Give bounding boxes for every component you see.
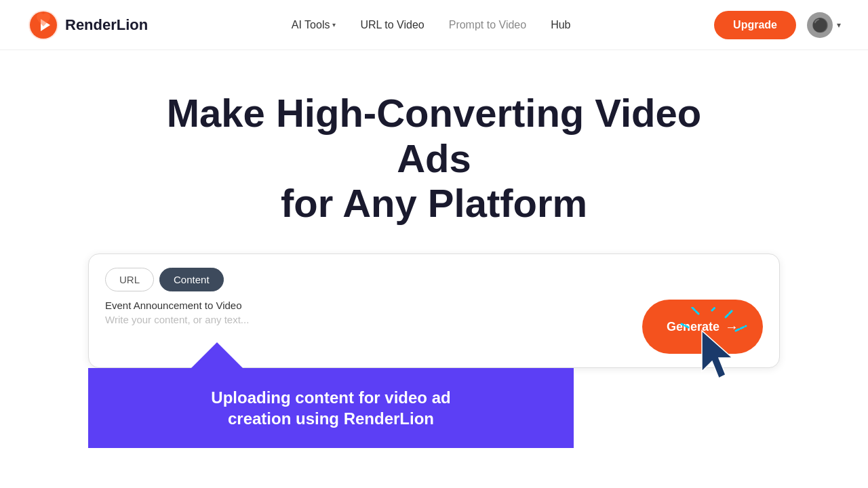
svg-line-6 [682, 324, 688, 327]
input-fields: Event Announcement to Video Write your c… [105, 300, 631, 325]
annotation-banner: Uploading content for video adcreation u… [88, 368, 574, 448]
svg-line-4 [712, 307, 715, 310]
nav-url-to-video[interactable]: URL to Video [360, 19, 424, 31]
tab-content[interactable]: Content [159, 268, 224, 291]
hero-title: Make High-Converting Video Ads for Any P… [129, 91, 739, 226]
svg-line-3 [692, 307, 698, 314]
main-content: Make High-Converting Video Ads for Any P… [0, 50, 868, 448]
renderlion-logo-icon [27, 9, 60, 41]
annotation-area: Uploading content for video adcreation u… [88, 368, 780, 448]
svg-line-5 [726, 310, 732, 317]
banner-arrow [189, 342, 245, 371]
navbar-actions: Upgrade ⚫ ▾ [714, 11, 841, 39]
brand-name: RenderLion [65, 16, 148, 34]
nav-prompt-to-video[interactable]: Prompt to Video [449, 19, 526, 31]
svg-line-7 [736, 326, 746, 331]
tab-url[interactable]: URL [105, 268, 154, 291]
nav-hub[interactable]: Hub [551, 19, 570, 31]
user-menu[interactable]: ⚫ ▾ [807, 12, 841, 38]
nav-ai-tools[interactable]: AI Tools ▾ [292, 19, 336, 31]
input-label: Event Announcement to Video [105, 300, 631, 311]
svg-marker-8 [702, 331, 732, 378]
input-tabs: URL Content [105, 268, 763, 291]
navbar: RenderLion AI Tools ▾ URL to Video Promp… [0, 0, 868, 50]
upgrade-button[interactable]: Upgrade [714, 11, 796, 39]
logo-area: RenderLion [27, 9, 148, 41]
avatar[interactable]: ⚫ [807, 12, 833, 38]
user-chevron-icon: ▾ [837, 20, 841, 30]
input-placeholder-text: Write your content, or any text... [105, 314, 631, 325]
cursor-area [678, 307, 760, 398]
cursor-sparks-svg [678, 307, 760, 395]
input-section: URL Content Event Announcement to Video … [0, 253, 868, 448]
user-icon: ⚫ [812, 17, 829, 33]
nav-links: AI Tools ▾ URL to Video Prompt to Video … [292, 19, 571, 31]
annotation-text: Uploading content for video adcreation u… [115, 387, 547, 429]
chevron-down-icon: ▾ [332, 21, 336, 28]
